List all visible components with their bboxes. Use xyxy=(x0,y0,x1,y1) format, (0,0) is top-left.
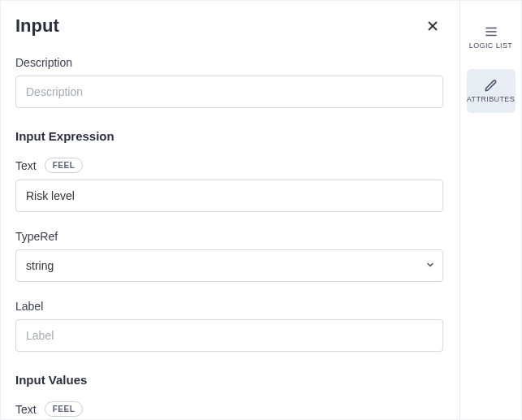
input-expression-heading: Input Expression xyxy=(15,129,443,143)
typeref-field: TypeRef string xyxy=(15,230,443,282)
feel-badge: FEEL xyxy=(45,401,84,417)
label-field: Label xyxy=(15,300,443,352)
description-field: Description xyxy=(15,56,443,108)
typeref-select[interactable]: string xyxy=(15,249,443,282)
attributes-label: ATTRIBUTES xyxy=(467,96,515,104)
app-root: Input Description Input Expression Text … xyxy=(0,0,522,420)
input-values-heading: Input Values xyxy=(15,373,443,387)
expression-text-field: Text FEEL xyxy=(15,158,443,212)
expression-text-input[interactable] xyxy=(15,180,443,212)
label-field-label: Label xyxy=(15,300,443,313)
panel-header: Input xyxy=(15,15,443,37)
main-panel: Input Description Input Expression Text … xyxy=(1,1,460,419)
values-text-field: Text FEEL xyxy=(15,401,443,419)
expression-text-label: Text xyxy=(15,159,37,172)
panel-title: Input xyxy=(15,15,59,37)
list-icon xyxy=(484,24,498,39)
typeref-label: TypeRef xyxy=(15,230,443,243)
description-input[interactable] xyxy=(15,76,443,108)
close-button[interactable] xyxy=(422,15,443,37)
logic-list-tab[interactable]: LOGIC LIST xyxy=(467,15,516,59)
label-input[interactable] xyxy=(15,319,443,352)
right-sidebar: LOGIC LIST ATTRIBUTES xyxy=(460,1,521,419)
description-label: Description xyxy=(15,56,443,69)
feel-badge: FEEL xyxy=(45,158,84,173)
close-icon xyxy=(427,20,438,32)
values-text-label: Text xyxy=(15,403,37,416)
pencil-icon xyxy=(484,78,498,93)
attributes-tab[interactable]: ATTRIBUTES xyxy=(467,69,516,113)
logic-list-label: LOGIC LIST xyxy=(469,42,513,50)
